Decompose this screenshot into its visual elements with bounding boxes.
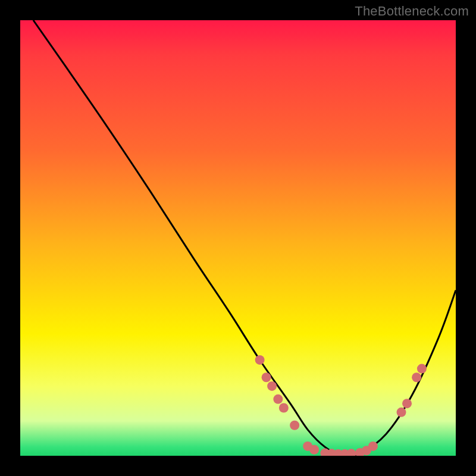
curve-path xyxy=(33,20,456,456)
data-point xyxy=(402,399,412,408)
curve-line xyxy=(33,20,456,456)
data-point xyxy=(417,364,427,374)
chart-frame: TheBottleneck.com xyxy=(0,0,476,476)
data-point xyxy=(290,421,299,430)
data-point xyxy=(255,355,265,365)
plot-svg xyxy=(20,20,456,456)
data-point xyxy=(262,372,271,382)
data-point xyxy=(267,381,277,391)
data-point xyxy=(397,408,406,417)
data-point xyxy=(309,445,319,455)
plot-area xyxy=(20,20,456,456)
data-point xyxy=(273,394,283,404)
data-point xyxy=(368,441,378,451)
data-point xyxy=(279,403,289,412)
watermark-text: TheBottleneck.com xyxy=(355,4,469,19)
data-point xyxy=(412,372,421,382)
scatter-points xyxy=(255,355,427,456)
data-point xyxy=(346,449,356,456)
